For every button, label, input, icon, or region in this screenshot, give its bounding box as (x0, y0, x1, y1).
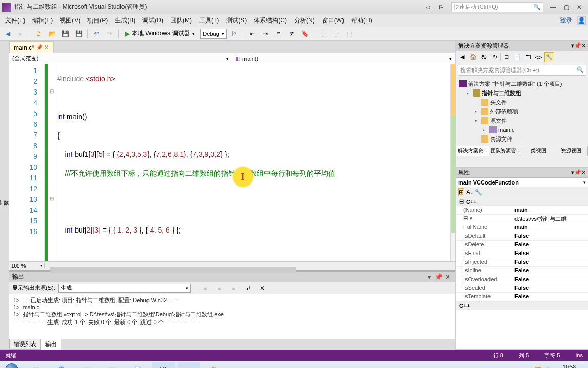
menu-edit[interactable]: 编辑(E) (29, 15, 56, 26)
overview-ruler[interactable] (450, 64, 455, 261)
properties-subject[interactable]: main VCCodeFunction ▾ (456, 178, 588, 187)
menu-team[interactable]: 团队(M) (167, 15, 195, 26)
system-tray[interactable]: ▴ 🏳 📶 🔊 10:58 2015/1/30 (521, 363, 586, 369)
se-collapse-icon[interactable]: ⊟ (501, 52, 511, 62)
maximize-button[interactable]: ▢ (559, 2, 573, 12)
tb-extra2[interactable]: ⬚ (331, 28, 342, 39)
show-desktop-button[interactable] (582, 363, 586, 369)
output-prev-icon[interactable]: ≡ (200, 283, 211, 294)
menu-debug[interactable]: 调试(D) (139, 15, 166, 26)
panel-menu-icon[interactable]: ▾ (425, 273, 434, 281)
indent-more-button[interactable]: ⇥ (260, 28, 271, 39)
prop-close-icon[interactable]: ✕ (581, 169, 586, 176)
tb-extra3[interactable]: ⬚ (344, 28, 355, 39)
prop-pages-icon[interactable]: 🔧 (475, 189, 482, 196)
redo-button[interactable]: ↷ (104, 28, 115, 39)
output-text[interactable]: 1>----- 已启动生成: 项目: 指针与二维数组, 配置: Debug Wi… (9, 294, 455, 339)
solution-tree[interactable]: 解决方案 "指针与二维数组" (1 个项目) ▸指针与二维数组 头文件 ▸外部依… (456, 77, 588, 146)
left-tab-toolbox[interactable]: 工具箱 (0, 43, 2, 350)
rtab-team[interactable]: 团队资源管... (489, 146, 523, 156)
menu-arch[interactable]: 体系结构(C) (251, 15, 290, 26)
se-refresh-icon[interactable]: ↻ (489, 52, 500, 62)
prop-alpha-icon[interactable]: A↓ (466, 189, 473, 196)
tray-clock[interactable]: 10:58 2015/1/30 (553, 364, 576, 369)
menu-build[interactable]: 生成(B) (112, 15, 138, 26)
properties-grid[interactable]: ⊟C++ (Name)main Filed:\test\vs\指针与二维 Ful… (456, 197, 588, 349)
solution-search-input[interactable]: 搜索解决方案资源管理器(Ctrl+;) 🔍 (458, 65, 586, 76)
prop-pin-icon[interactable]: 📌 (574, 169, 581, 176)
tb-extra1[interactable]: ⬚ (317, 28, 329, 39)
se-showall-icon[interactable]: 📄 (512, 52, 522, 62)
uncomment-button[interactable]: ≢ (286, 28, 298, 39)
rtab-class[interactable]: 类视图 (522, 146, 555, 156)
se-preview-icon[interactable]: <> (533, 52, 544, 62)
se-close-icon[interactable]: ✕ (581, 42, 586, 49)
user-icon[interactable]: 👤 (577, 16, 586, 25)
minimize-button[interactable]: — (546, 2, 559, 12)
quick-launch-input[interactable]: 快速启动 (Ctrl+Q) 🔍 (451, 2, 543, 12)
bookmark-button[interactable]: 🔖 (300, 28, 311, 39)
comment-button[interactable]: ≡ (273, 28, 284, 39)
close-tab-icon[interactable]: ✕ (44, 44, 49, 51)
open-file-button[interactable]: 📂 (46, 28, 58, 39)
fold-strip[interactable]: ⊟⊟ (48, 64, 55, 261)
taskbar-vs-icon[interactable]: ∞ (178, 362, 200, 369)
prop-group-cpp2[interactable]: C++ (456, 302, 588, 310)
nav-back-button[interactable]: ◀ (2, 28, 13, 39)
login-link[interactable]: 登录 (556, 15, 576, 26)
menu-file[interactable]: 文件(F) (2, 15, 28, 26)
save-all-button[interactable]: 💾 (73, 28, 84, 39)
solution-explorer-header[interactable]: 解决方案资源管理器 ▾ 📌 ✕ (456, 41, 588, 51)
indent-less-button[interactable]: ⇤ (247, 28, 258, 39)
se-toggle-icon[interactable]: 🔧 (544, 52, 554, 62)
se-home-icon[interactable]: 🏠 (468, 52, 478, 62)
menu-window[interactable]: 窗口(W) (319, 15, 347, 26)
taskbar-notepad-icon[interactable]: 📄 (127, 362, 149, 369)
zoom-combo[interactable]: 100 %▾ (9, 263, 45, 269)
output-next-icon[interactable]: ≡ (214, 283, 225, 294)
prop-categorize-icon[interactable]: ⊞ (458, 188, 464, 196)
tree-project-node[interactable]: ▸指针与二维数组 (457, 88, 587, 98)
tree-file-main-c[interactable]: ▸main.c (457, 125, 587, 134)
tab-error-list[interactable]: 错误列表 (9, 339, 41, 350)
tree-solution-node[interactable]: 解决方案 "指针与二维数组" (1 个项目) (457, 79, 587, 88)
taskbar-word-icon[interactable]: W (152, 362, 175, 369)
se-sync-icon[interactable]: 🗘 (479, 52, 489, 62)
menu-analyze[interactable]: 分析(N) (291, 15, 318, 26)
output-clear2-icon[interactable]: ✕ (257, 283, 268, 294)
new-project-button[interactable]: 🗋 (33, 28, 44, 39)
properties-header[interactable]: 属性 ▾ 📌 ✕ (456, 168, 588, 178)
se-pin-icon[interactable]: 📌 (574, 42, 581, 49)
menu-help[interactable]: 帮助(H) (348, 15, 375, 26)
taskbar-ie-icon[interactable]: 🌐 (50, 362, 72, 369)
tree-folder-external[interactable]: ▸外部依赖项 (457, 107, 587, 116)
rtab-resource[interactable]: 资源视图 (555, 146, 589, 156)
panel-pin-icon[interactable]: 📌 (434, 273, 443, 281)
tree-folder-resources[interactable]: 资源文件 (457, 134, 587, 144)
panel-close-icon[interactable]: ✕ (443, 273, 452, 281)
output-wrap-icon[interactable]: ↲ (242, 283, 254, 294)
prop-group-cpp[interactable]: ⊟C++ (456, 197, 588, 206)
output-source-combo[interactable]: 生成▾ (58, 284, 191, 293)
output-clear-icon[interactable]: ≡ (228, 283, 239, 294)
taskbar-paint-icon[interactable]: 🎨 (203, 362, 226, 369)
code-editor[interactable]: 1234 5678 9101112 13141516 ⊟⊟ #include <… (9, 64, 455, 261)
left-docked-tabs[interactable]: 数据源 工具箱 (0, 41, 9, 350)
taskbar-outlook-icon[interactable]: 📧 (76, 362, 98, 369)
close-button[interactable]: ✕ (573, 2, 586, 12)
taskbar-explorer-icon[interactable]: 📁 (24, 362, 47, 369)
menu-view[interactable]: 视图(V) (57, 15, 83, 26)
output-panel-header[interactable]: 输出 ▾ 📌 ✕ (9, 272, 455, 282)
code-area[interactable]: #include <stdio.h> int main() { int buf1… (55, 64, 455, 261)
nav-fwd-button[interactable]: ▸ (15, 28, 27, 39)
pin-icon[interactable]: 📌 (36, 44, 42, 50)
tab-output[interactable]: 输出 (41, 339, 61, 350)
document-tab-main-c[interactable]: main.c* 📌 ✕ (9, 41, 54, 53)
member-combo[interactable]: ◧main()▾ (232, 53, 455, 64)
menu-tools[interactable]: 工具(T) (196, 15, 222, 26)
rtab-sln[interactable]: 解决方案资... (456, 146, 489, 156)
undo-button[interactable]: ↶ (91, 28, 102, 39)
se-back-icon[interactable]: ◀ (457, 52, 468, 62)
taskbar-folder-icon[interactable]: 📂 (101, 362, 124, 369)
menu-test[interactable]: 测试(S) (223, 15, 250, 26)
